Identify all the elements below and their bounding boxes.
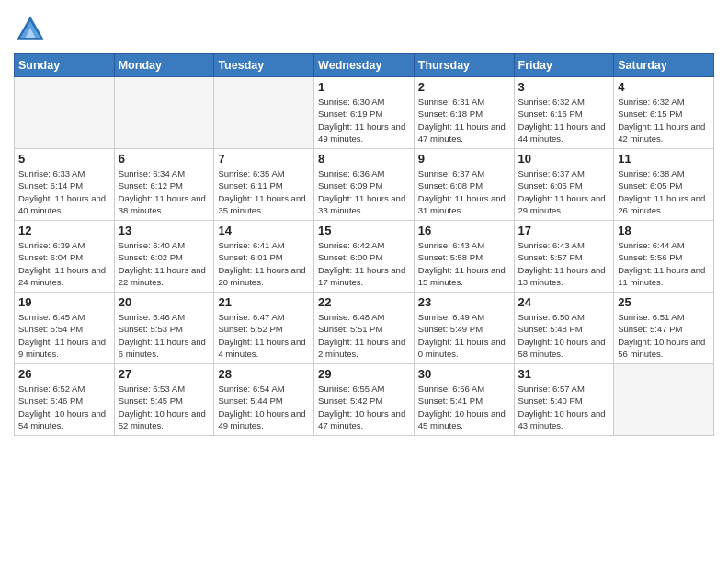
day-info: Sunrise: 6:38 AM Sunset: 6:05 PM Dayligh… xyxy=(618,167,710,216)
page: SundayMondayTuesdayWednesdayThursdayFrid… xyxy=(0,0,728,563)
day-number: 20 xyxy=(119,295,210,309)
day-number: 21 xyxy=(218,295,310,309)
day-info: Sunrise: 6:46 AM Sunset: 5:53 PM Dayligh… xyxy=(119,311,210,360)
day-info: Sunrise: 6:56 AM Sunset: 5:41 PM Dayligh… xyxy=(418,383,510,431)
calendar-cell: 13Sunrise: 6:40 AM Sunset: 6:02 PM Dayli… xyxy=(114,221,214,293)
calendar-cell xyxy=(214,77,314,149)
day-number: 4 xyxy=(618,80,710,94)
day-number: 5 xyxy=(18,152,110,166)
calendar-week-3: 19Sunrise: 6:45 AM Sunset: 5:54 PM Dayli… xyxy=(15,293,714,364)
weekday-header-saturday: Saturday xyxy=(614,54,714,77)
calendar-cell: 3Sunrise: 6:32 AM Sunset: 6:16 PM Daylig… xyxy=(514,77,614,149)
logo-icon xyxy=(14,13,47,46)
day-number: 15 xyxy=(318,224,410,237)
calendar-cell xyxy=(614,364,714,436)
calendar-cell: 31Sunrise: 6:57 AM Sunset: 5:40 PM Dayli… xyxy=(514,364,614,436)
day-info: Sunrise: 6:35 AM Sunset: 6:11 PM Dayligh… xyxy=(218,167,310,216)
day-info: Sunrise: 6:52 AM Sunset: 5:46 PM Dayligh… xyxy=(18,383,110,431)
weekday-header-sunday: Sunday xyxy=(15,54,115,77)
weekday-header-tuesday: Tuesday xyxy=(214,54,314,77)
calendar-cell: 25Sunrise: 6:51 AM Sunset: 5:47 PM Dayli… xyxy=(614,293,714,364)
day-number: 27 xyxy=(119,367,210,381)
day-number: 26 xyxy=(18,367,110,381)
day-info: Sunrise: 6:51 AM Sunset: 5:47 PM Dayligh… xyxy=(618,311,710,360)
day-number: 1 xyxy=(318,80,410,94)
day-number: 8 xyxy=(318,152,410,166)
calendar-cell: 4Sunrise: 6:32 AM Sunset: 6:15 PM Daylig… xyxy=(614,77,714,149)
day-number: 19 xyxy=(18,295,110,309)
day-number: 3 xyxy=(518,80,610,94)
weekday-header-monday: Monday xyxy=(114,54,214,77)
day-number: 18 xyxy=(618,224,710,237)
day-info: Sunrise: 6:40 AM Sunset: 6:02 PM Dayligh… xyxy=(119,239,210,288)
day-info: Sunrise: 6:53 AM Sunset: 5:45 PM Dayligh… xyxy=(119,383,210,431)
logo xyxy=(14,13,51,46)
day-info: Sunrise: 6:34 AM Sunset: 6:12 PM Dayligh… xyxy=(119,167,210,216)
day-info: Sunrise: 6:36 AM Sunset: 6:09 PM Dayligh… xyxy=(318,167,410,216)
calendar-cell: 2Sunrise: 6:31 AM Sunset: 6:18 PM Daylig… xyxy=(414,77,514,149)
calendar-cell: 24Sunrise: 6:50 AM Sunset: 5:48 PM Dayli… xyxy=(514,293,614,364)
calendar-cell: 19Sunrise: 6:45 AM Sunset: 5:54 PM Dayli… xyxy=(15,293,115,364)
day-info: Sunrise: 6:44 AM Sunset: 5:56 PM Dayligh… xyxy=(618,239,710,288)
calendar-cell xyxy=(114,77,214,149)
day-number: 12 xyxy=(18,224,110,237)
calendar-cell: 23Sunrise: 6:49 AM Sunset: 5:49 PM Dayli… xyxy=(414,293,514,364)
day-number: 29 xyxy=(318,367,410,381)
calendar-cell: 22Sunrise: 6:48 AM Sunset: 5:51 PM Dayli… xyxy=(314,293,415,364)
calendar-cell: 11Sunrise: 6:38 AM Sunset: 6:05 PM Dayli… xyxy=(614,149,714,221)
calendar-week-1: 5Sunrise: 6:33 AM Sunset: 6:14 PM Daylig… xyxy=(15,149,714,221)
calendar-cell: 15Sunrise: 6:42 AM Sunset: 6:00 PM Dayli… xyxy=(314,221,415,293)
day-number: 7 xyxy=(218,152,310,166)
calendar-week-2: 12Sunrise: 6:39 AM Sunset: 6:04 PM Dayli… xyxy=(15,221,714,293)
day-info: Sunrise: 6:41 AM Sunset: 6:01 PM Dayligh… xyxy=(218,239,310,288)
day-number: 22 xyxy=(318,295,410,309)
weekday-header-friday: Friday xyxy=(514,54,614,77)
day-number: 31 xyxy=(518,367,610,381)
calendar-cell xyxy=(15,77,115,149)
calendar-cell: 1Sunrise: 6:30 AM Sunset: 6:19 PM Daylig… xyxy=(314,77,415,149)
day-info: Sunrise: 6:37 AM Sunset: 6:08 PM Dayligh… xyxy=(418,167,510,216)
day-number: 10 xyxy=(518,152,610,166)
calendar-cell: 8Sunrise: 6:36 AM Sunset: 6:09 PM Daylig… xyxy=(314,149,415,221)
day-info: Sunrise: 6:43 AM Sunset: 5:58 PM Dayligh… xyxy=(418,239,510,288)
calendar-cell: 27Sunrise: 6:53 AM Sunset: 5:45 PM Dayli… xyxy=(114,364,214,436)
day-number: 9 xyxy=(418,152,510,166)
day-info: Sunrise: 6:32 AM Sunset: 6:15 PM Dayligh… xyxy=(618,96,710,144)
day-info: Sunrise: 6:33 AM Sunset: 6:14 PM Dayligh… xyxy=(18,167,110,216)
calendar-cell: 9Sunrise: 6:37 AM Sunset: 6:08 PM Daylig… xyxy=(414,149,514,221)
calendar-cell: 30Sunrise: 6:56 AM Sunset: 5:41 PM Dayli… xyxy=(414,364,514,436)
day-info: Sunrise: 6:32 AM Sunset: 6:16 PM Dayligh… xyxy=(518,96,610,144)
day-info: Sunrise: 6:48 AM Sunset: 5:51 PM Dayligh… xyxy=(318,311,410,360)
day-number: 23 xyxy=(418,295,510,309)
calendar-week-0: 1Sunrise: 6:30 AM Sunset: 6:19 PM Daylig… xyxy=(15,77,714,149)
day-info: Sunrise: 6:49 AM Sunset: 5:49 PM Dayligh… xyxy=(418,311,510,360)
day-number: 6 xyxy=(119,152,210,166)
calendar-cell: 21Sunrise: 6:47 AM Sunset: 5:52 PM Dayli… xyxy=(214,293,314,364)
day-number: 11 xyxy=(618,152,710,166)
day-info: Sunrise: 6:31 AM Sunset: 6:18 PM Dayligh… xyxy=(418,96,510,144)
weekday-header-thursday: Thursday xyxy=(414,54,514,77)
calendar-week-4: 26Sunrise: 6:52 AM Sunset: 5:46 PM Dayli… xyxy=(15,364,714,436)
calendar-cell: 6Sunrise: 6:34 AM Sunset: 6:12 PM Daylig… xyxy=(114,149,214,221)
day-number: 14 xyxy=(218,224,310,237)
day-info: Sunrise: 6:54 AM Sunset: 5:44 PM Dayligh… xyxy=(218,383,310,431)
day-info: Sunrise: 6:30 AM Sunset: 6:19 PM Dayligh… xyxy=(318,96,410,144)
calendar-cell: 5Sunrise: 6:33 AM Sunset: 6:14 PM Daylig… xyxy=(15,149,115,221)
calendar-cell: 18Sunrise: 6:44 AM Sunset: 5:56 PM Dayli… xyxy=(614,221,714,293)
calendar-cell: 20Sunrise: 6:46 AM Sunset: 5:53 PM Dayli… xyxy=(114,293,214,364)
day-info: Sunrise: 6:43 AM Sunset: 5:57 PM Dayligh… xyxy=(518,239,610,288)
calendar-cell: 17Sunrise: 6:43 AM Sunset: 5:57 PM Dayli… xyxy=(514,221,614,293)
day-number: 24 xyxy=(518,295,610,309)
day-info: Sunrise: 6:55 AM Sunset: 5:42 PM Dayligh… xyxy=(318,383,410,431)
calendar-cell: 28Sunrise: 6:54 AM Sunset: 5:44 PM Dayli… xyxy=(214,364,314,436)
calendar-cell: 26Sunrise: 6:52 AM Sunset: 5:46 PM Dayli… xyxy=(15,364,115,436)
day-info: Sunrise: 6:57 AM Sunset: 5:40 PM Dayligh… xyxy=(518,383,610,431)
day-number: 25 xyxy=(618,295,710,309)
day-info: Sunrise: 6:47 AM Sunset: 5:52 PM Dayligh… xyxy=(218,311,310,360)
day-number: 13 xyxy=(119,224,210,237)
day-info: Sunrise: 6:50 AM Sunset: 5:48 PM Dayligh… xyxy=(518,311,610,360)
calendar-cell: 14Sunrise: 6:41 AM Sunset: 6:01 PM Dayli… xyxy=(214,221,314,293)
day-info: Sunrise: 6:42 AM Sunset: 6:00 PM Dayligh… xyxy=(318,239,410,288)
day-number: 2 xyxy=(418,80,510,94)
calendar-table: SundayMondayTuesdayWednesdayThursdayFrid… xyxy=(14,53,714,436)
